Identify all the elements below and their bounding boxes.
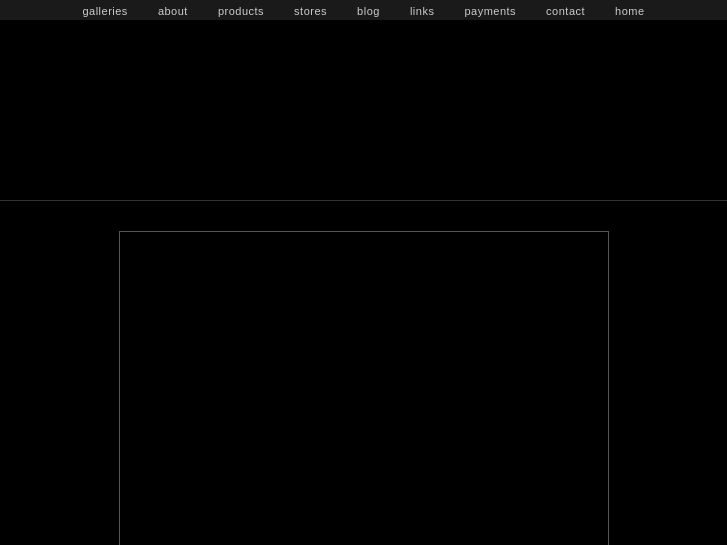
- nav-link-blog[interactable]: blog: [342, 5, 395, 17]
- nav-link-stores[interactable]: stores: [279, 5, 342, 17]
- header-area: [0, 20, 727, 110]
- nav-item-stores[interactable]: stores: [279, 1, 342, 19]
- content-box: [119, 231, 609, 545]
- nav-link-payments[interactable]: payments: [449, 5, 531, 17]
- nav-link-contact[interactable]: contact: [531, 5, 600, 17]
- nav-item-home[interactable]: home: [600, 1, 660, 19]
- nav-item-contact[interactable]: contact: [531, 1, 600, 19]
- nav-item-galleries[interactable]: galleries: [67, 1, 142, 19]
- navigation-bar: galleries about products stores blog lin…: [0, 0, 727, 20]
- nav-item-blog[interactable]: blog: [342, 1, 395, 19]
- nav-item-products[interactable]: products: [203, 1, 279, 19]
- nav-link-about[interactable]: about: [143, 5, 203, 17]
- main-content: [0, 201, 727, 545]
- nav-link-links[interactable]: links: [395, 5, 450, 17]
- nav-item-payments[interactable]: payments: [449, 1, 531, 19]
- nav-link-home[interactable]: home: [600, 5, 660, 17]
- nav-link-galleries[interactable]: galleries: [67, 5, 142, 17]
- nav-link-products[interactable]: products: [203, 5, 279, 17]
- nav-item-links[interactable]: links: [395, 1, 450, 19]
- nav-menu: galleries about products stores blog lin…: [67, 1, 659, 19]
- nav-item-about[interactable]: about: [143, 1, 203, 19]
